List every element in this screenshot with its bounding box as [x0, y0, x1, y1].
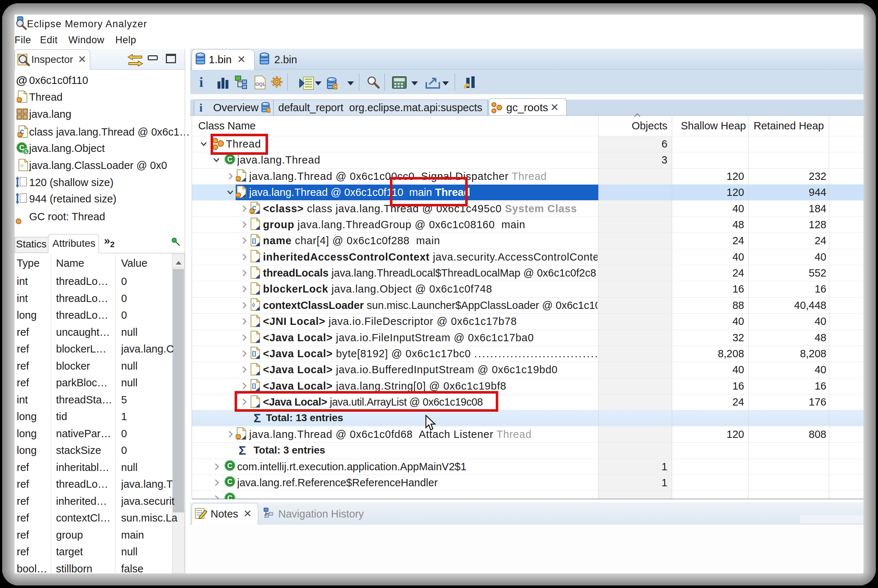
svg-text:C: C: [20, 129, 24, 135]
svg-text:C: C: [227, 462, 232, 470]
svg-text:OQL: OQL: [255, 81, 266, 87]
svg-text:[]: []: [252, 238, 256, 244]
svg-text:[]: []: [252, 382, 256, 389]
svg-text:S: S: [24, 149, 28, 154]
svg-text:C: C: [252, 206, 256, 212]
svg-text:○: ○: [20, 162, 24, 169]
svg-text:C: C: [227, 155, 232, 163]
svg-text:[]: []: [252, 350, 256, 357]
svg-text:C: C: [227, 477, 232, 486]
svg-text:◊: ◊: [252, 302, 255, 308]
